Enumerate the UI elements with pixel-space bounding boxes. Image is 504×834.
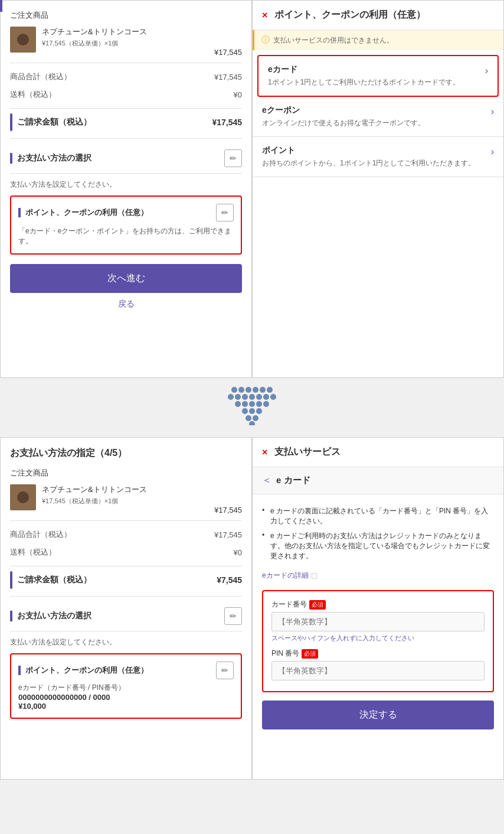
br-sub-header: ＜ e カード [253, 467, 503, 494]
svg-point-5 [267, 387, 273, 393]
svg-point-7 [235, 394, 241, 400]
bl-total-row: ご請求金額（税込） ¥7,545 [10, 571, 242, 589]
ecoupon-title: eクーポン [262, 105, 486, 116]
warning-text: 支払いサービスの併用はできません。 [273, 35, 394, 45]
svg-point-16 [256, 401, 262, 407]
bl-product-price: ¥17,545 [42, 506, 242, 514]
bl-coupon-box-title: ポイント、クーポンの利用（任意） [18, 665, 148, 676]
bl-product-sub: ¥17,545（税込単価）×1個 [42, 497, 242, 506]
bl-product-image [10, 484, 36, 510]
product-info: ネプチューン&トリトンコース ¥17,545（税込単価）×1個 ¥17,545 [42, 27, 242, 57]
bl-total-label: ご請求金額（税込） [17, 575, 91, 585]
card-number-input[interactable] [271, 612, 485, 631]
ecard-number: 0000000000000000 / 0000 [18, 693, 234, 702]
ecard-item-highlighted[interactable]: eカード 1ポイント1円としてご利用いただけるポイントカードです。 › [257, 55, 499, 97]
point-desc: お持ちのポイントから、1ポイント1円としてご利用いただきます。 [262, 158, 486, 168]
pin-input[interactable] [271, 661, 485, 680]
next-button[interactable]: 次へ進む [10, 264, 242, 293]
br-sub-title: e カード [276, 475, 310, 486]
coupon-edit-button[interactable]: ✏ [216, 204, 234, 221]
coupon-edit-icon: ✏ [221, 208, 228, 217]
ecoupon-service-item[interactable]: eクーポン オンラインだけで使えるお得な電子クーポンです。 › [253, 97, 503, 137]
ecard-amount: ¥10,000 [18, 702, 234, 711]
payment-edit-button[interactable]: ✏ [224, 149, 242, 167]
ecard-info-label: eカード（カード番号 / PIN番号） [18, 683, 234, 693]
bl-order-items-label: ご注文商品 [10, 468, 242, 478]
svg-point-14 [242, 401, 248, 407]
pin-label: PIN 番号 必須 [271, 649, 485, 659]
warning-bar: ⓘ 支払いサービスの併用はできません。 [253, 30, 503, 50]
point-chevron-icon: › [491, 146, 494, 157]
v-arrow-svg [222, 384, 282, 425]
svg-point-15 [249, 401, 255, 407]
bl-product-name: ネプチューン&トリトンコース [42, 484, 242, 495]
card-hint: スペースやハイフンを入れずに入力してください [271, 634, 485, 643]
decide-button[interactable]: 決定する [262, 701, 494, 729]
ecard-desc: 1ポイント1円としてご利用いただけるポイントカードです。 [268, 77, 480, 87]
coupon-box: ポイント、クーポンの利用（任意） ✏ 「eカード・eクーポン・ポイント」をお持ち… [10, 196, 242, 255]
external-link-icon: ⬚ [311, 572, 317, 579]
required-badge-card: 必須 [309, 600, 326, 610]
bl-product-row: ネプチューン&トリトンコース ¥17,545（税込単価）×1個 ¥17,545 [10, 484, 242, 514]
right-panel-title: ポイント、クーポンの利用（任意） [274, 9, 426, 21]
bottom-row: お支払い方法の指定（4/5） ご注文商品 ネプチューン&トリトンコース ¥17,… [0, 437, 504, 780]
arrow-area [0, 378, 504, 437]
top-right-panel: × ポイント、クーポンの利用（任意） ⓘ 支払いサービスの併用はできません。 e… [252, 0, 504, 378]
bl-total-value: ¥7,545 [217, 575, 242, 585]
subtotal-row: 商品合計（税込） ¥17,545 [10, 68, 242, 86]
top-row: ご注文商品 ネプチューン&トリトンコース ¥17,545（税込単価）×1個 ¥1… [0, 0, 504, 378]
bl-subtotal-row: 商品合計（税込） ¥17,545 [10, 526, 242, 543]
svg-point-18 [242, 408, 248, 414]
total-row: ご請求金額（税込） ¥17,545 [10, 113, 242, 131]
payment-hint: 支払い方法を設定してください。 [10, 180, 242, 190]
warning-icon: ⓘ [261, 35, 270, 45]
card-number-label-text: カード番号 [271, 600, 307, 610]
info-list: e カードの裏面に記載されている「カード番号」と「PIN 番号」を入力してくださ… [262, 504, 494, 563]
back-arrow-icon[interactable]: ＜ [262, 474, 271, 487]
point-title: ポイント [262, 145, 486, 156]
card-number-label: カード番号 必須 [271, 600, 485, 610]
bl-coupon-edit-icon: ✏ [221, 666, 228, 675]
bl-product-info: ネプチューン&トリトンコース ¥17,545（税込単価）×1個 ¥17,545 [42, 484, 242, 514]
ecoupon-chevron-icon: › [491, 106, 494, 117]
product-sub: ¥17,545（税込単価）×1個 [42, 39, 242, 48]
svg-point-6 [228, 394, 234, 400]
ecard-link[interactable]: eカードの詳細 ⬚ [262, 571, 494, 581]
info-item-1: e カードの裏面に記載されている「カード番号」と「PIN 番号」を入力してくださ… [262, 504, 494, 529]
bl-coupon-edit-button[interactable]: ✏ [216, 662, 234, 679]
svg-point-4 [260, 387, 266, 393]
coupon-box-header: ポイント、クーポンの利用（任意） ✏ [18, 204, 234, 221]
product-price: ¥17,545 [42, 48, 242, 57]
subtotal-label: 商品合計（税込） [10, 71, 71, 82]
ecoupon-content: eクーポン オンラインだけで使えるお得な電子クーポンです。 [262, 105, 486, 128]
bottom-right-panel: × 支払いサービス ＜ e カード e カードの裏面に記載されている「カード番号… [252, 437, 504, 780]
close-icon[interactable]: × [262, 10, 267, 21]
bl-shipping-value: ¥0 [234, 548, 242, 557]
bl-subtotal-value: ¥17,545 [214, 530, 242, 539]
svg-point-0 [231, 387, 237, 393]
ecard-service-item[interactable]: eカード 1ポイント1円としてご利用いただけるポイントカードです。 › [258, 56, 498, 96]
svg-point-23 [249, 421, 255, 425]
ecard-title: eカード [268, 64, 480, 75]
svg-point-8 [242, 394, 248, 400]
bl-edit-icon: ✏ [230, 611, 237, 621]
bl-shipping-row: 送料（税込） ¥0 [10, 543, 242, 561]
br-close-icon[interactable]: × [262, 447, 267, 458]
bl-payment-section-header: お支払い方法の選択 ✏ [10, 601, 242, 631]
svg-point-12 [270, 394, 276, 400]
required-badge-pin: 必須 [302, 649, 318, 659]
svg-point-17 [263, 401, 269, 407]
coupon-box-title: ポイント、クーポンの利用（任意） [18, 207, 148, 218]
br-content: e カードの裏面に記載されている「カード番号」と「PIN 番号」を入力してくださ… [253, 494, 503, 739]
product-image [10, 27, 36, 53]
top-left-panel: ご注文商品 ネプチューン&トリトンコース ¥17,545（税込単価）×1個 ¥1… [0, 0, 252, 378]
right-header: × ポイント、クーポンの利用（任意） [253, 1, 503, 30]
bl-payment-edit-button[interactable]: ✏ [224, 607, 242, 625]
ecard-chevron-icon: › [485, 66, 488, 76]
svg-point-1 [238, 387, 244, 393]
shipping-row: 送料（税込） ¥0 [10, 86, 242, 103]
back-link[interactable]: 戻る [10, 299, 242, 310]
point-service-item[interactable]: ポイント お持ちのポイントから、1ポイント1円としてご利用いただきます。 › [253, 137, 503, 177]
total-label: ご請求金額（税込） [17, 117, 91, 128]
br-title: 支払いサービス [274, 446, 341, 458]
